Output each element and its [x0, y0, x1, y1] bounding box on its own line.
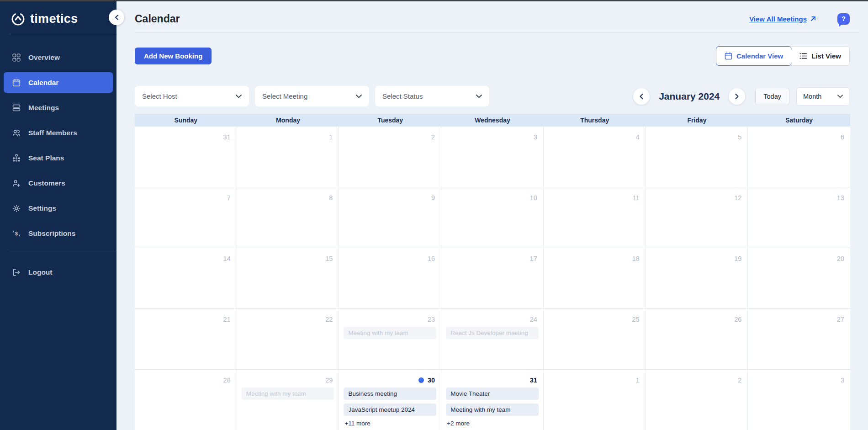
calendar-cell-5[interactable]: 5 — [646, 127, 748, 187]
event-pill[interactable]: Movie Theater — [446, 388, 539, 400]
question-mark-icon: ? — [842, 15, 846, 22]
date-number: 31 — [441, 376, 543, 385]
calendar-cell-2[interactable]: 2 — [646, 370, 748, 430]
logout-icon — [12, 268, 21, 276]
list-view-label: List View — [811, 52, 841, 60]
calendar-cell-23[interactable]: 23Meeting with my team — [339, 309, 441, 370]
sidebar-item-logout[interactable]: Logout — [4, 262, 113, 282]
view-all-meetings-link[interactable]: View All Meetings — [749, 15, 816, 23]
date-number: 14 — [135, 254, 237, 263]
date-number: 16 — [339, 254, 441, 263]
sidebar-item-seat-plans[interactable]: Seat Plans — [4, 148, 113, 168]
event-list: Movie TheaterMeeting with my team — [441, 388, 543, 416]
calendar-cell-29[interactable]: 29Meeting with my team — [237, 370, 339, 430]
add-new-booking-button[interactable]: Add New Booking — [135, 48, 212, 64]
calendar-cell-20[interactable]: 20 — [748, 248, 850, 309]
date-number: 3 — [748, 376, 850, 385]
more-events-link[interactable]: +11 more — [344, 420, 441, 427]
day-header-monday: Monday — [237, 114, 339, 127]
calendar-cell-9[interactable]: 9 — [339, 187, 441, 248]
toolbar: Add New Booking Calendar View List View — [135, 46, 850, 66]
calendar-cell-11[interactable]: 11 — [544, 187, 646, 248]
calendar-view-button[interactable]: Calendar View — [716, 46, 792, 66]
calendar-cell-30[interactable]: 30Business meetingJavaScript meetup 2024… — [339, 370, 441, 430]
sidebar-divider — [9, 252, 116, 252]
event-pill[interactable]: Meeting with my team — [446, 403, 539, 416]
calendar-cell-14[interactable]: 14 — [135, 248, 237, 309]
sidebar-nav: OverviewCalendarMeetingsStaff MembersSea… — [0, 47, 116, 244]
month-navigation: January 2024 Today Month — [633, 87, 850, 106]
sidebar-item-calendar[interactable]: Calendar — [4, 72, 113, 93]
sidebar-item-label: Calendar — [28, 79, 58, 87]
calendar-cell-19[interactable]: 19 — [646, 248, 748, 309]
calendar-cell-12[interactable]: 12 — [646, 187, 748, 248]
date-number: 3 — [441, 133, 543, 142]
date-number: 9 — [339, 193, 441, 202]
calendar-cell-4[interactable]: 4 — [544, 127, 646, 187]
calendar-cell-10[interactable]: 10 — [441, 187, 544, 248]
date-number: 8 — [237, 193, 339, 202]
calendar-cell-1[interactable]: 1 — [544, 370, 646, 430]
day-header-friday: Friday — [646, 114, 748, 127]
calendar-cell-1[interactable]: 1 — [237, 127, 339, 187]
sidebar-item-overview[interactable]: Overview — [4, 47, 113, 68]
calendar-cell-31[interactable]: 31 — [135, 127, 237, 187]
previous-month-button[interactable] — [633, 88, 650, 105]
date-number: 28 — [135, 376, 237, 385]
more-events-link[interactable]: +2 more — [447, 420, 543, 427]
calendar-cell-7[interactable]: 7 — [135, 187, 237, 248]
sidebar-item-meetings[interactable]: Meetings — [4, 97, 113, 118]
calendar-cell-13[interactable]: 13 — [748, 187, 850, 248]
sidebar: timetics OverviewCalendarMeetingsStaff M… — [0, 0, 116, 430]
view-mode-dropdown[interactable]: Month — [796, 87, 850, 106]
calendar-cell-28[interactable]: 28 — [135, 370, 237, 430]
next-month-button[interactable] — [729, 88, 745, 105]
calendar-cell-6[interactable]: 6 — [748, 127, 850, 187]
event-pill[interactable]: JavaScript meetup 2024 — [344, 403, 436, 416]
sidebar-item-staff-members[interactable]: Staff Members — [4, 122, 113, 143]
event-pill[interactable]: Meeting with my team — [344, 327, 436, 339]
event-pill[interactable]: Business meeting — [344, 388, 436, 400]
today-button[interactable]: Today — [755, 88, 789, 105]
list-view-button[interactable]: List View — [791, 47, 849, 65]
calendar-cell-2[interactable]: 2 — [339, 127, 441, 187]
sidebar-item-subscriptions[interactable]: $Subscriptions — [4, 223, 113, 244]
select-meeting-dropdown[interactable]: Select Meeting — [255, 86, 369, 106]
calendar-cell-15[interactable]: 15 — [237, 248, 339, 309]
date-number: 6 — [748, 133, 850, 142]
chevron-down-icon — [476, 95, 482, 98]
calendar-cell-18[interactable]: 18 — [544, 248, 646, 309]
date-number: 1 — [237, 133, 339, 142]
calendar-cell-3[interactable]: 3 — [441, 127, 544, 187]
calendar-cell-25[interactable]: 25 — [544, 309, 646, 370]
calendar-cell-31[interactable]: 31Movie TheaterMeeting with my team+2 mo… — [441, 370, 544, 430]
help-button[interactable]: ? — [837, 13, 850, 25]
main-content: Calendar View All Meetings ? Add New Boo… — [116, 0, 868, 430]
event-pill[interactable]: React Js Developer meeting — [446, 327, 539, 339]
calendar: SundayMondayTuesdayWednesdayThursdayFrid… — [135, 114, 850, 430]
header-divider — [135, 32, 859, 32]
sidebar-collapse-button[interactable] — [109, 10, 124, 25]
date-number: 2 — [646, 376, 748, 385]
day-header-thursday: Thursday — [544, 114, 646, 127]
select-host-label: Select Host — [142, 92, 177, 100]
calendar-cell-8[interactable]: 8 — [237, 187, 339, 248]
calendar-cell-24[interactable]: 24React Js Developer meeting — [441, 309, 544, 370]
sidebar-item-customers[interactable]: Customers — [4, 173, 113, 193]
select-host-dropdown[interactable]: Select Host — [135, 86, 249, 106]
calendar-cell-3[interactable]: 3 — [748, 370, 850, 430]
header-actions: View All Meetings ? — [749, 13, 850, 25]
date-number: 23 — [339, 315, 441, 324]
date-number: 4 — [544, 133, 646, 142]
calendar-cell-26[interactable]: 26 — [646, 309, 748, 370]
sidebar-item-settings[interactable]: Settings — [4, 198, 113, 218]
event-pill[interactable]: Meeting with my team — [242, 388, 334, 400]
calendar-cell-21[interactable]: 21 — [135, 309, 237, 370]
window-top-edge — [0, 0, 868, 1]
calendar-cell-17[interactable]: 17 — [441, 248, 544, 309]
calendar-cell-22[interactable]: 22 — [237, 309, 339, 370]
calendar-cell-27[interactable]: 27 — [748, 309, 850, 370]
select-status-dropdown[interactable]: Select Status — [375, 86, 489, 106]
calendar-cell-16[interactable]: 16 — [339, 248, 441, 309]
day-header-tuesday: Tuesday — [339, 114, 441, 127]
